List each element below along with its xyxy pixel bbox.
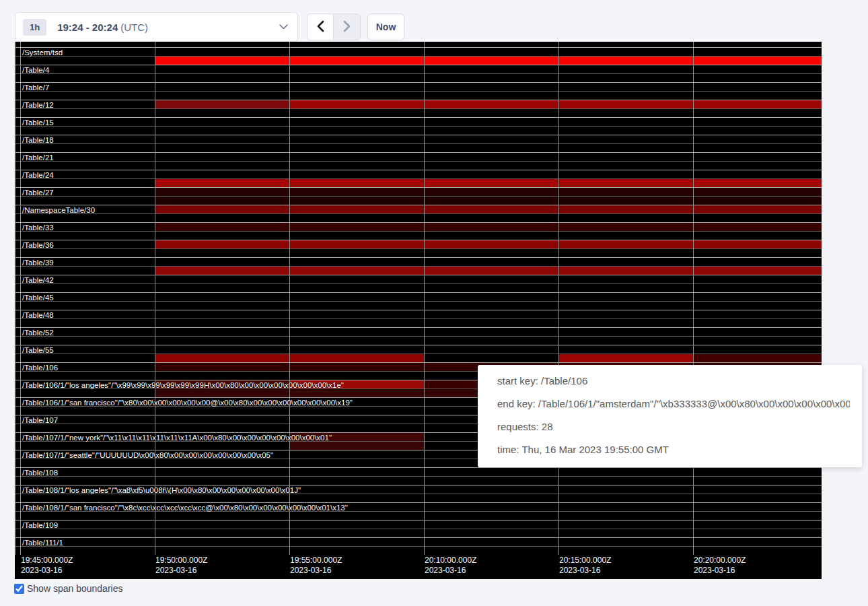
time-axis-label: 20:10:00.000Z2023-03-16	[425, 556, 476, 576]
heat-band	[155, 267, 822, 275]
heat-band	[155, 100, 289, 108]
time-gridline	[289, 42, 290, 555]
time-range-label: 19:24 - 20:24(UTC)	[57, 22, 148, 33]
span-boundary-line	[15, 301, 822, 302]
time-axis-label: 19:55:00.000Z2023-03-16	[290, 556, 342, 576]
key-visualizer-canvas[interactable]: /System/tsd/Table/4/Table/7/Table/12/Tab…	[15, 42, 822, 579]
span-boundary-line	[15, 65, 822, 65]
span-label: /Table/48	[22, 311, 54, 319]
heat-band	[693, 354, 822, 362]
next-time-button[interactable]	[334, 13, 361, 40]
heat-band	[155, 197, 822, 205]
span-label: /Table/106	[22, 364, 58, 372]
heat-band	[155, 205, 822, 213]
chevron-left-icon	[317, 20, 324, 34]
span-label: /Table/55	[22, 346, 54, 354]
span-boundary-line	[15, 476, 822, 477]
span-boundary-line	[15, 240, 822, 240]
span-boundary-line	[15, 310, 822, 310]
span-label: /Table/106/1/"san francisco"/"\x80\x00\x…	[22, 399, 353, 407]
span-label: /Table/4	[22, 66, 49, 74]
span-label: /Table/107/1/"seattle"/"UUUUUUD\x00\x80\…	[22, 451, 273, 459]
span-boundary-line	[15, 327, 822, 328]
span-boundary-line	[15, 354, 822, 354]
span-label: /Table/7	[22, 83, 49, 92]
span-boundary-line	[15, 152, 822, 153]
span-boundary-line	[15, 362, 822, 363]
time-range-timezone: (UTC)	[120, 22, 148, 33]
heat-band	[155, 188, 822, 196]
span-boundary-line	[15, 546, 822, 547]
time-axis-label: 19:45:00.000Z2023-03-16	[21, 556, 73, 576]
span-label: /Table/12	[22, 101, 54, 109]
span-label: /Table/108/1/"los angeles"/"\xa8\xf5\u00…	[22, 486, 301, 494]
span-label: /Table/111/1	[22, 539, 63, 547]
span-boundary-line	[15, 257, 822, 258]
span-label: /Table/45	[22, 294, 54, 302]
span-label: /Table/33	[22, 224, 54, 232]
tooltip-start-key: start key: /Table/106	[497, 370, 850, 393]
chevron-right-icon	[343, 20, 351, 34]
time-gridline	[155, 42, 155, 555]
chevron-down-icon	[279, 24, 288, 30]
heat-band	[289, 442, 424, 450]
canvas-edge-line	[15, 42, 16, 555]
time-gridline	[693, 42, 694, 555]
prev-time-button[interactable]	[307, 13, 334, 40]
span-boundary-line	[15, 345, 822, 345]
span-label: /Table/36	[22, 241, 54, 249]
span-boundary-line	[15, 205, 822, 205]
duration-badge: 1h	[23, 19, 46, 36]
span-boundary-line	[15, 117, 822, 118]
span-boundary-line	[15, 73, 822, 74]
heat-band	[289, 100, 822, 108]
span-boundary-line	[15, 275, 822, 275]
span-boundary-line	[15, 292, 822, 293]
time-axis-label: 20:20:00.000Z2023-03-16	[694, 556, 746, 576]
span-boundary-line	[15, 318, 822, 319]
now-button[interactable]: Now	[367, 13, 404, 40]
span-boundary-line	[15, 485, 822, 485]
heat-band	[155, 179, 822, 187]
span-boundary-line	[15, 529, 822, 529]
span-boundary-line	[15, 56, 822, 57]
hover-tooltip: start key: /Table/106 end key: /Table/10…	[478, 365, 862, 467]
span-label: /Table/15	[22, 119, 54, 127]
span-label: /Table/108/1/"san francisco"/"\x8c\xcc\x…	[22, 504, 348, 512]
span-boundary-line	[15, 187, 822, 188]
span-boundary-line	[15, 100, 822, 100]
heat-band	[155, 389, 478, 397]
time-nav-group	[307, 13, 361, 40]
span-label: /Table/109	[22, 521, 58, 529]
heat-band	[155, 240, 822, 248]
span-label: /Table/42	[22, 276, 54, 284]
span-label: /System/tsd	[22, 48, 63, 57]
span-boundary-line	[15, 520, 822, 520]
span-boundary-line	[15, 135, 822, 135]
span-boundary-line	[15, 108, 822, 109]
span-boundary-line	[15, 126, 822, 127]
span-label: /Table/21	[22, 154, 54, 162]
span-boundary-line	[15, 283, 822, 284]
span-label: /Table/107	[22, 416, 58, 424]
heat-band	[155, 57, 822, 65]
span-label: /Table/39	[22, 259, 54, 267]
heat-band	[155, 223, 822, 231]
show-span-boundaries-control: Show span boundaries	[14, 583, 122, 594]
tooltip-end-key: end key: /Table/106/1/"amsterdam"/"\xb33…	[497, 393, 850, 415]
span-label: /Table/24	[22, 171, 54, 179]
tooltip-time: time: Thu, 16 Mar 2023 19:55:00 GMT	[497, 438, 850, 461]
span-boundary-line	[15, 467, 822, 468]
span-boundary-line	[15, 82, 822, 83]
span-boundary-line	[15, 196, 822, 197]
span-boundary-line	[15, 248, 822, 249]
span-boundary-line	[15, 47, 822, 48]
span-label: /Table/27	[22, 189, 54, 197]
show-span-boundaries-checkbox[interactable]	[14, 584, 24, 594]
span-label: /Table/106/1/"los angeles"/"\x99\x99\x99…	[22, 381, 344, 389]
span-label: /Table/52	[22, 329, 54, 337]
time-range-select[interactable]: 1h 19:24 - 20:24(UTC)	[15, 12, 298, 42]
time-gridline	[558, 42, 559, 555]
span-boundary-line	[15, 170, 822, 170]
time-axis-label: 20:15:00.000Z2023-03-16	[559, 556, 611, 576]
